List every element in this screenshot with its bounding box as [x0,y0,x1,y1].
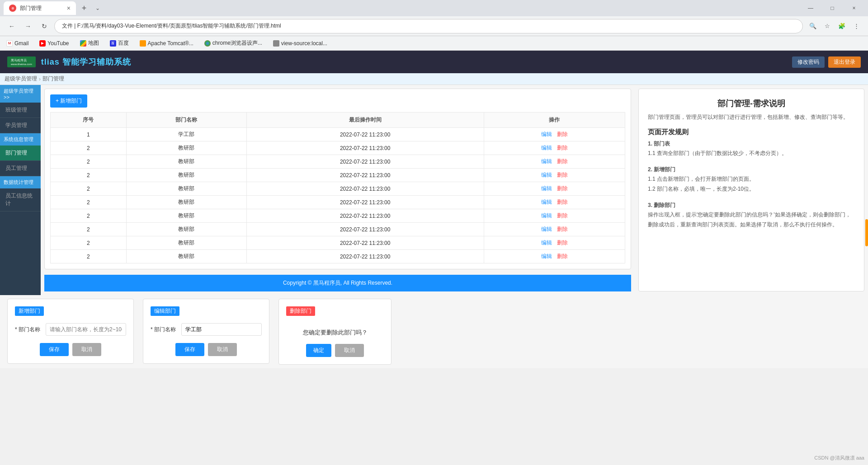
add-save-button[interactable]: 保存 [40,343,69,356]
edit-action[interactable]: 编辑 [541,131,552,137]
delete-action[interactable]: 删除 [557,199,568,205]
tab-chevron-down[interactable]: ⌄ [92,3,103,14]
breadcrumb: 超级学员管理 › 部门管理 [0,73,868,85]
close-button[interactable]: × [844,0,864,16]
add-name-input[interactable] [46,323,126,336]
delete-action[interactable]: 删除 [557,240,568,246]
reload-button[interactable]: ↻ [38,20,51,33]
delete-action[interactable]: 删除 [557,253,568,259]
add-department-button[interactable]: 新增部门 [50,94,87,108]
edit-action[interactable]: 编辑 [541,226,552,232]
rule3-title: 3. 删除部门 [648,202,675,208]
add-modal-title: 新增部门 [15,306,126,323]
bookmark-source[interactable]: view-source:local... [270,39,330,47]
edit-department-modal: 编辑部门 * 部门名称 保存 取消 [143,299,269,364]
cell-time: 2022-07-22 11:23:00 [246,209,484,223]
cell-name: 教研部 [126,141,246,155]
cell-actions: 编辑 删除 [484,223,625,236]
cell-name: 教研部 [126,182,246,196]
forward-button[interactable]: → [22,20,34,33]
bookmark-maps[interactable]: 地图 [77,38,102,48]
scrollbar-indicator[interactable] [865,219,868,246]
delete-action[interactable]: 删除 [557,185,568,192]
sidebar-item-emp-stats[interactable]: 员工信息统计 [0,188,41,211]
extensions-icon[interactable]: 🧩 [835,20,848,33]
delete-confirm-button[interactable]: 确定 [306,344,331,357]
maximize-button[interactable]: □ [822,0,843,16]
sidebar-section-stats[interactable]: 数据统计管理 [0,176,41,188]
delete-action[interactable]: 删除 [557,172,568,178]
table-row: 2 教研部 2022-07-22 11:23:00 编辑 删除 [51,169,625,182]
table-row: 2 教研部 2022-07-22 11:23:00 编辑 删除 [51,196,625,209]
delete-action[interactable]: 删除 [557,145,568,151]
bookmark-baidu[interactable]: 百 百度 [107,38,132,48]
sidebar-item-student[interactable]: 学员管理 [0,118,41,133]
edit-action[interactable]: 编辑 [541,185,552,192]
sidebar-section-sysinfo[interactable]: 系统信息管理 [0,133,41,146]
cell-actions: 编辑 删除 [484,128,625,141]
table-row: 2 教研部 2022-07-22 11:23:00 编辑 删除 [51,155,625,169]
bookmark-gmail[interactable]: M Gmail [4,39,31,47]
table-row: 2 教研部 2022-07-22 11:23:00 编辑 删除 [51,236,625,250]
delete-action[interactable]: 删除 [557,131,568,137]
search-icon[interactable]: 🔍 [807,20,819,33]
add-cancel-button[interactable]: 取消 [72,343,101,356]
bookmark-star-icon[interactable]: ☆ [821,20,834,33]
bookmark-chrome[interactable]: chrome浏览器设声... [202,38,265,48]
logo-text: 黑马程序员 [11,58,32,63]
logout-button[interactable]: 退出登录 [828,56,861,68]
delete-cancel-button[interactable]: 取消 [335,344,364,357]
bookmark-youtube[interactable]: ▶ YouTube [37,39,71,47]
rule2-title: 2. 新增部门 [648,166,675,173]
cell-id: 2 [51,141,127,155]
edit-action[interactable]: 编辑 [541,240,552,246]
cell-time: 2022-07-22 11:23:00 [246,155,484,169]
edit-action[interactable]: 编辑 [541,172,552,178]
cell-id: 2 [51,182,127,196]
tab-close-btn[interactable]: × [67,5,71,12]
edit-save-button[interactable]: 保存 [175,343,204,356]
edit-action[interactable]: 编辑 [541,145,552,151]
edit-name-input[interactable] [181,323,262,336]
new-tab-button[interactable]: + [78,2,90,14]
active-tab[interactable]: ⊗ 部门管理 × [4,1,76,15]
rule1-item1: 1.1 查询全部部门（由于部门数据比较少，不考虑分页）。 [648,149,855,159]
cell-name: 教研部 [126,223,246,236]
cell-time: 2022-07-22 11:23:00 [246,182,484,196]
delete-action[interactable]: 删除 [557,212,568,219]
bookmark-tomcat-label: Apache Tomcat®... [148,40,193,47]
modify-password-button[interactable]: 修改密码 [792,56,825,68]
sidebar-student-label: 学员管理 [5,122,27,128]
department-table: 序号 部门名称 最后操作时间 操作 1 学工部 2022-07-22 11:23… [50,112,625,263]
table-row: 2 教研部 2022-07-22 11:23:00 编辑 删除 [51,209,625,223]
more-menu-icon[interactable]: ⋮ [850,20,863,33]
sidebar-item-employee[interactable]: 员工管理 [0,161,41,176]
page-content: 新增部门 序号 部门名称 最后操作时间 操作 1 [44,89,864,291]
col-time: 最后操作时间 [246,113,484,128]
edit-action[interactable]: 编辑 [541,212,552,219]
edit-action[interactable]: 编辑 [541,158,552,164]
sidebar-section-admin[interactable]: 超级学员管理 >> [0,85,41,103]
edit-cancel-button[interactable]: 取消 [208,343,237,356]
edit-action[interactable]: 编辑 [541,253,552,259]
cell-name: 教研部 [126,209,246,223]
breadcrumb-home[interactable]: 超级学员管理 [5,75,37,83]
cell-name: 教研部 [126,155,246,169]
edit-action[interactable]: 编辑 [541,199,552,205]
bookmark-youtube-label: YouTube [47,40,69,47]
bookmark-tomcat[interactable]: Apache Tomcat®... [137,39,196,47]
cell-id: 2 [51,196,127,209]
address-icons: 🔍 ☆ 🧩 ⋮ [807,20,863,33]
cell-actions: 编辑 删除 [484,209,625,223]
modals-section: 新增部门 * 部门名称 保存 取消 编辑部门 * 部门名称 保存 取消 [0,295,868,368]
minimize-button[interactable]: — [800,0,821,16]
back-button[interactable]: ← [5,20,18,33]
add-modal-buttons: 保存 取消 [15,343,126,356]
delete-action[interactable]: 删除 [557,226,568,232]
delete-action[interactable]: 删除 [557,158,568,164]
sidebar-item-class[interactable]: 班级管理 [0,103,41,118]
sidebar-item-department[interactable]: 部门管理 [0,146,41,161]
address-input[interactable]: 文件 | F:/黑马/资料/day03-Vue-Element/资料/页面原型/… [54,19,803,33]
cell-id: 1 [51,128,127,141]
sidebar-section-label: 超级学员管理 >> [4,88,37,100]
